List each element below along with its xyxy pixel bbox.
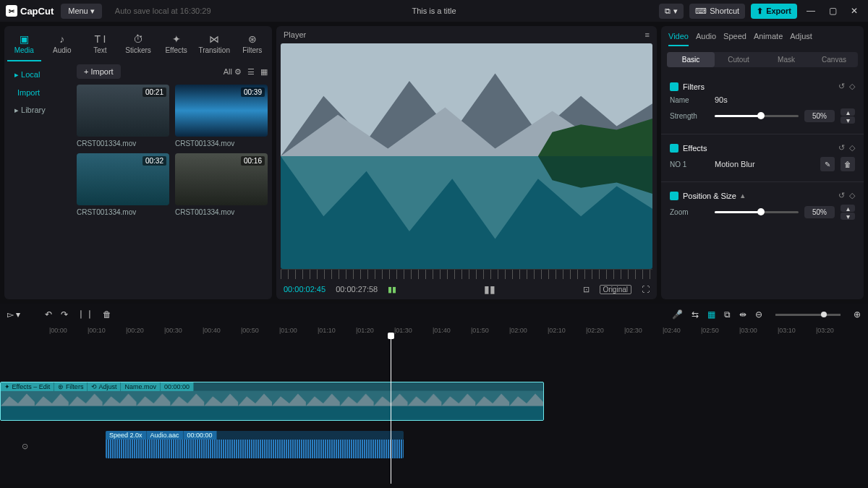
position-toggle[interactable] <box>670 192 678 200</box>
tool-tab-transition[interactable]: ⋈Transition <box>197 30 231 61</box>
audio-meter-icon[interactable]: ▮▮ <box>388 285 396 294</box>
project-title[interactable]: This is a title <box>412 7 456 15</box>
align-icon[interactable]: ⇹ <box>739 309 746 320</box>
compare-original-button[interactable]: Original <box>600 285 631 294</box>
reset-icon[interactable]: ↺ <box>838 143 845 153</box>
lane-audio-icon[interactable]: ⊙ <box>22 442 28 451</box>
keyframe-icon[interactable]: ◇ <box>849 143 855 153</box>
step-up-icon[interactable]: ▴ <box>841 205 855 212</box>
player-ruler[interactable] <box>281 269 652 279</box>
tool-tab-text[interactable]: T IText <box>83 30 117 61</box>
audio-clip[interactable]: Speed 2.0xAudio.aac00:00:00 <box>106 431 404 458</box>
tool-tab-audio[interactable]: ♪Audio <box>46 30 80 61</box>
autosave-status: Auto save local at 16:30:29 <box>115 7 211 15</box>
import-button[interactable]: + Import <box>77 64 121 79</box>
strength-value[interactable]: 50% <box>804 110 835 122</box>
undo-icon[interactable]: ↶ <box>45 309 52 320</box>
tool-tab-stickers[interactable]: ⏱Stickers <box>122 30 156 61</box>
layout-button[interactable]: ⧉ ▾ <box>659 4 684 19</box>
menu-button[interactable]: Menu ▾ <box>61 4 102 19</box>
delete-effect-icon[interactable]: 🗑 <box>841 157 855 171</box>
inspector-panel: VideoAudioSpeedAnimateAdjust BasicCutout… <box>661 26 864 299</box>
zoom-slider[interactable] <box>715 211 799 213</box>
player-viewport[interactable] <box>281 43 652 269</box>
select-tool-icon[interactable]: ▻ ▾ <box>7 309 20 320</box>
shortcut-button[interactable]: ⌨ Shortcut <box>689 4 745 19</box>
inspector-subtab-cutout[interactable]: Cutout <box>715 52 762 67</box>
effects-toggle[interactable] <box>670 144 678 153</box>
filters-title: Filters <box>683 82 705 91</box>
topbar: ✂ CapCut Menu ▾ Auto save local at 16:30… <box>0 0 868 22</box>
media-thumb[interactable]: 00:32CRST001334.mov <box>77 153 169 216</box>
effects-title: Effects <box>683 144 707 153</box>
timecode-total: 00:00:27:58 <box>336 285 378 294</box>
tool-tab-effects[interactable]: ✦Effects <box>159 30 193 61</box>
zoom-out-icon[interactable]: ⊖ <box>755 309 762 320</box>
media-panel: ▣Media♪AudioT IText⏱Stickers✦Effects⋈Tra… <box>4 26 272 299</box>
position-title: Position & Size <box>683 192 736 200</box>
tool-tab-filters[interactable]: ⊛Filters <box>235 30 269 61</box>
magnet-icon[interactable]: ▦ <box>707 309 715 320</box>
tool-tab-media[interactable]: ▣Media <box>7 30 41 61</box>
keyframe-icon[interactable]: ◇ <box>849 82 855 91</box>
step-up-icon[interactable]: ▴ <box>841 108 855 116</box>
player-menu-icon[interactable]: ≡ <box>645 30 650 39</box>
edit-effect-icon[interactable]: ✎ <box>820 157 835 171</box>
sidenav-local[interactable]: ▸ Local <box>9 66 68 84</box>
minimize-icon[interactable]: — <box>803 6 819 16</box>
media-thumb[interactable]: 00:21CRST001334.mov <box>77 85 169 147</box>
timeline-ruler[interactable]: |00:00|00:10|00:20|00:30|00:40|00:50|01:… <box>0 325 868 337</box>
inspector-tab-video[interactable]: Video <box>668 32 689 46</box>
step-down-icon[interactable]: ▾ <box>841 116 855 124</box>
effect-name: Motion Blur <box>715 160 814 168</box>
video-clip[interactable]: ✦ Effects – Edit⊛ Filters⟲ AdjustName.mo… <box>0 382 544 421</box>
filters-toggle[interactable] <box>670 82 678 91</box>
app-logo: ✂ CapCut <box>6 5 54 17</box>
inspector-subtab-canvas[interactable]: Canvas <box>810 52 858 67</box>
mic-icon[interactable]: 🎤 <box>672 309 683 320</box>
playhead[interactable] <box>391 337 391 484</box>
zoom-mode-icon[interactable]: ⇆ <box>692 309 699 320</box>
media-thumb[interactable]: 00:16CRST001334.mov <box>175 153 268 216</box>
split-icon[interactable]: 〡〡 <box>77 309 94 321</box>
reset-icon[interactable]: ↺ <box>838 82 845 91</box>
view-grid-icon[interactable]: ▦ <box>260 67 268 77</box>
delete-icon[interactable]: 🗑 <box>103 309 111 320</box>
filter-name-value: 90s <box>715 95 728 104</box>
zoom-value[interactable]: 50% <box>804 206 835 218</box>
keyframe-icon[interactable]: ◇ <box>849 191 855 200</box>
media-thumb[interactable]: 00:39CRST001334.mov <box>175 85 268 147</box>
link-icon[interactable]: ⧉ <box>724 309 731 320</box>
close-icon[interactable]: ✕ <box>846 6 862 16</box>
inspector-tab-adjust[interactable]: Adjust <box>790 32 812 46</box>
snapshot-icon[interactable]: ⊡ <box>583 285 590 294</box>
redo-icon[interactable]: ↷ <box>61 309 68 320</box>
sidenav-import[interactable]: Import <box>9 84 68 101</box>
svg-rect-10 <box>1 391 543 420</box>
timecode-current: 00:00:02:45 <box>284 285 326 294</box>
player-label: Player <box>284 30 306 39</box>
sidenav-library[interactable]: ▸ Library <box>9 101 68 119</box>
logo-icon: ✂ <box>6 5 17 17</box>
inspector-tab-speed[interactable]: Speed <box>723 32 746 46</box>
export-button[interactable]: ⬆ Export <box>751 4 797 19</box>
play-pause-button[interactable]: ▮▮ <box>484 283 495 295</box>
view-list-icon[interactable]: ☰ <box>247 67 255 77</box>
maximize-icon[interactable]: ▢ <box>825 6 841 16</box>
inspector-subtab-basic[interactable]: Basic <box>667 52 715 67</box>
step-down-icon[interactable]: ▾ <box>841 213 855 220</box>
inspector-subtab-mask[interactable]: Mask <box>762 52 810 67</box>
inspector-tab-animate[interactable]: Animate <box>754 32 783 46</box>
zoom-slider-timeline[interactable] <box>775 314 841 316</box>
filter-all[interactable]: All ⚙ <box>224 67 242 77</box>
zoom-in-icon[interactable]: ⊕ <box>854 309 861 320</box>
timeline-panel: ▻ ▾ ↶ ↷ 〡〡 🗑 🎤 ⇆ ▦ ⧉ ⇹ ⊖ ⊕ |00:00|00:10|… <box>0 304 868 484</box>
player-panel: Player ≡ 00:00:02:45 00:00:27:58 ▮▮ ▮▮ ⊡… <box>276 26 657 299</box>
inspector-tab-audio[interactable]: Audio <box>696 32 716 46</box>
app-name: CapCut <box>20 6 54 17</box>
strength-slider[interactable] <box>715 115 799 117</box>
reset-icon[interactable]: ↺ <box>838 191 845 200</box>
fullscreen-icon[interactable]: ⛶ <box>642 285 650 294</box>
